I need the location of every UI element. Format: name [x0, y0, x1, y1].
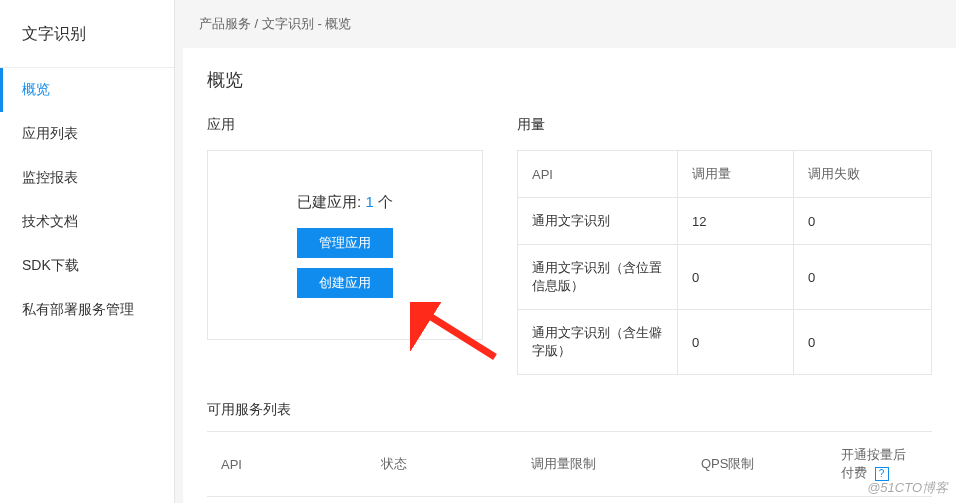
sidebar-item-overview[interactable]: 概览 — [0, 68, 174, 112]
usage-fails: 0 — [793, 198, 931, 245]
usage-api: 通用文字识别（含生僻字版） — [518, 310, 678, 375]
svc-col-postpay-label: 开通按量后付费 — [841, 447, 906, 480]
breadcrumb: 产品服务 / 文字识别 - 概览 — [175, 0, 956, 48]
usage-calls: 0 — [678, 310, 794, 375]
table-row: 通用文字识别 免费使用 50000次/天免费 2 开通 — [207, 497, 932, 504]
services-section-title: 可用服务列表 — [207, 401, 932, 419]
sidebar-item-sdk[interactable]: SDK下载 — [0, 244, 174, 288]
table-row: 通用文字识别（含位置信息版） 0 0 — [518, 245, 932, 310]
usage-col-fails: 调用失败 — [793, 151, 931, 198]
sidebar-item-app-list[interactable]: 应用列表 — [0, 112, 174, 156]
usage-table: API 调用量 调用失败 通用文字识别 12 0 — [517, 150, 932, 375]
usage-fails: 0 — [793, 310, 931, 375]
watermark: @51CTO博客 — [867, 479, 948, 497]
usage-api: 通用文字识别 — [518, 198, 678, 245]
app-count-line: 已建应用: 1 个 — [297, 193, 393, 212]
usage-fails: 0 — [793, 245, 931, 310]
app-count-prefix: 已建应用: — [297, 193, 361, 210]
svc-col-limit: 调用量限制 — [517, 432, 687, 497]
usage-calls: 0 — [678, 245, 794, 310]
svc-col-status: 状态 — [367, 432, 517, 497]
app-section-title: 应用 — [207, 116, 483, 134]
app-card: 已建应用: 1 个 管理应用 创建应用 — [207, 150, 483, 340]
usage-section-title: 用量 — [517, 116, 932, 134]
svc-api: 通用文字识别 — [207, 497, 367, 504]
create-app-button[interactable]: 创建应用 — [297, 268, 393, 298]
svc-col-api: API — [207, 432, 367, 497]
sidebar-item-monitor[interactable]: 监控报表 — [0, 156, 174, 200]
page-title: 概览 — [207, 68, 932, 92]
content: 概览 应用 已建应用: 1 个 管理应用 创建应用 用量 — [183, 48, 956, 503]
usage-col-api: API — [518, 151, 678, 198]
sidebar-title: 文字识别 — [0, 0, 174, 68]
usage-calls: 12 — [678, 198, 794, 245]
svc-col-qps: QPS限制 — [687, 432, 827, 497]
app-count-suffix: 个 — [378, 193, 393, 210]
sidebar-item-private-deploy[interactable]: 私有部署服务管理 — [0, 288, 174, 332]
manage-app-button[interactable]: 管理应用 — [297, 228, 393, 258]
sidebar-item-docs[interactable]: 技术文档 — [0, 200, 174, 244]
svc-qps: 2 — [687, 497, 827, 504]
table-row: 通用文字识别 12 0 — [518, 198, 932, 245]
table-row: 通用文字识别（含生僻字版） 0 0 — [518, 310, 932, 375]
usage-section: 用量 API 调用量 调用失败 通用文字识别 12 — [517, 116, 932, 375]
usage-api: 通用文字识别（含位置信息版） — [518, 245, 678, 310]
table-header-row: API 状态 调用量限制 QPS限制 开通按量后付费 ? — [207, 432, 932, 497]
svc-action-cell: 开通 — [827, 497, 932, 504]
app-section: 应用 已建应用: 1 个 管理应用 创建应用 — [207, 116, 483, 375]
app-count-number: 1 — [365, 193, 373, 210]
main: 产品服务 / 文字识别 - 概览 概览 应用 已建应用: 1 个 管理应用 创建… — [175, 0, 956, 503]
sidebar: 文字识别 概览 应用列表 监控报表 技术文档 SDK下载 私有部署服务管理 — [0, 0, 175, 503]
svc-status: 免费使用 — [367, 497, 517, 504]
svc-limit: 50000次/天免费 — [517, 497, 687, 504]
services-table: API 状态 调用量限制 QPS限制 开通按量后付费 ? 通用文字识别 — [207, 431, 932, 503]
usage-col-calls: 调用量 — [678, 151, 794, 198]
table-header-row: API 调用量 调用失败 — [518, 151, 932, 198]
